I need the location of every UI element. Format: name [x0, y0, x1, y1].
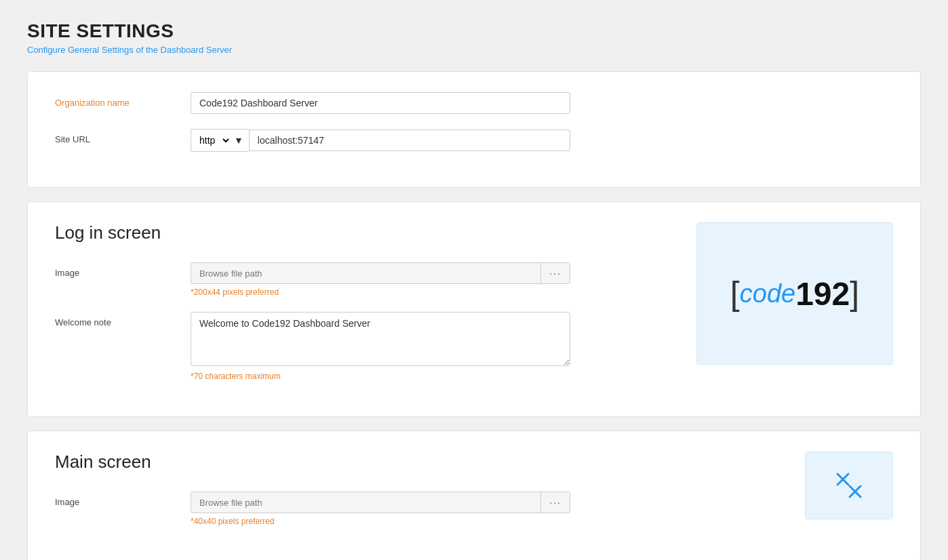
- site-url-control: http https ▼: [191, 129, 570, 152]
- main-image-browse-button[interactable]: ···: [540, 492, 570, 513]
- num-text: 192: [795, 275, 850, 313]
- org-name-label: Organization name: [55, 92, 191, 108]
- org-name-row: Organization name: [55, 92, 893, 114]
- broken-image-icon: [832, 468, 866, 502]
- main-screen-content: Main screen Image ··· *40x40 pixels pref…: [55, 452, 893, 541]
- login-screen-form: Log in screen Image ··· *200x44 pixels p…: [55, 222, 669, 396]
- org-name-input[interactable]: [191, 92, 570, 114]
- welcome-note-hint: *70 characters maximum: [191, 372, 570, 381]
- main-screen-preview: [805, 452, 893, 519]
- login-image-browse-input[interactable]: [191, 264, 540, 283]
- main-image-hint: *40x40 pixels preferred: [191, 517, 570, 526]
- login-screen-card: Log in screen Image ··· *200x44 pixels p…: [27, 201, 921, 417]
- login-image-browse-wrap: ···: [191, 262, 570, 284]
- welcome-note-control: Welcome to Code192 Dashboard Server *70 …: [191, 312, 570, 381]
- page-wrapper: SITE SETTINGS Configure General Settings…: [0, 0, 948, 560]
- page-title: SITE SETTINGS: [27, 20, 921, 42]
- login-screen-title: Log in screen: [55, 222, 669, 243]
- main-image-control: ··· *40x40 pixels preferred: [191, 492, 570, 526]
- main-image-browse-input[interactable]: [191, 493, 540, 513]
- welcome-note-label: Welcome note: [55, 312, 191, 327]
- url-row: http https ▼: [191, 129, 570, 152]
- bracket-left-icon: [: [730, 274, 740, 313]
- login-image-row: Image ··· *200x44 pixels preferred: [55, 262, 669, 297]
- main-image-row: Image ··· *40x40 pixels preferred: [55, 492, 778, 526]
- site-url-label: Site URL: [55, 129, 191, 144]
- login-image-control: ··· *200x44 pixels preferred: [191, 262, 570, 297]
- login-screen-preview: [ code 192 ]: [696, 222, 893, 365]
- welcome-note-textarea[interactable]: Welcome to Code192 Dashboard Server: [191, 312, 570, 366]
- url-host-input[interactable]: [249, 129, 570, 151]
- welcome-note-row: Welcome note Welcome to Code192 Dashboar…: [55, 312, 669, 381]
- org-name-control: [191, 92, 570, 114]
- login-image-label: Image: [55, 262, 191, 278]
- main-screen-form: Main screen Image ··· *40x40 pixels pref…: [55, 452, 778, 541]
- general-settings-card: Organization name Site URL http https ▼: [27, 71, 921, 188]
- login-preview-logo: [ code 192 ]: [730, 274, 859, 313]
- login-screen-content: Log in screen Image ··· *200x44 pixels p…: [55, 222, 893, 396]
- main-image-label: Image: [55, 492, 191, 507]
- protocol-selector[interactable]: http https ▼: [191, 129, 249, 152]
- main-image-browse-wrap: ···: [191, 492, 570, 513]
- chevron-down-icon: ▼: [234, 135, 243, 146]
- page-subtitle: Configure General Settings of the Dashbo…: [27, 45, 921, 55]
- main-screen-title: Main screen: [55, 452, 778, 473]
- bracket-right-icon: ]: [850, 274, 859, 313]
- login-image-hint: *200x44 pixels preferred: [191, 287, 570, 297]
- protocol-select[interactable]: http https: [197, 134, 231, 146]
- code-text: code: [740, 279, 795, 308]
- login-image-browse-button[interactable]: ···: [540, 263, 570, 283]
- main-screen-card: Main screen Image ··· *40x40 pixels pref…: [27, 431, 921, 560]
- site-url-row: Site URL http https ▼: [55, 129, 893, 152]
